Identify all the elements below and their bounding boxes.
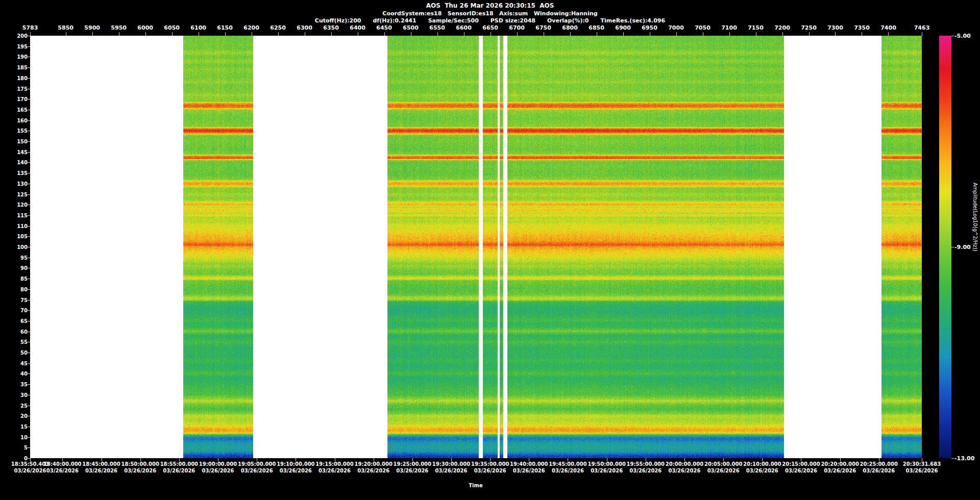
time-tick-label: 18:40:00.00003/26/2026 bbox=[43, 461, 81, 474]
freq-tick-label: 150 bbox=[6, 139, 28, 144]
top-axis-tick-label: 6550 bbox=[429, 24, 445, 31]
top-axis-tick-label: 7350 bbox=[854, 24, 870, 31]
tick-mark bbox=[646, 458, 646, 461]
time-tick-label: 20:10:00.00003/26/2026 bbox=[743, 461, 781, 474]
tick-mark bbox=[951, 247, 954, 247]
tick-mark bbox=[30, 458, 31, 461]
tick-mark bbox=[490, 458, 491, 461]
top-axis-tick-label: 6700 bbox=[509, 24, 525, 31]
time-value: 18:55:00.000 bbox=[160, 461, 198, 467]
top-axis-tick-label: 6500 bbox=[403, 24, 419, 31]
tick-mark bbox=[335, 458, 335, 461]
freq-tick-label: 80 bbox=[6, 286, 28, 292]
window-title: AOS Thu 26 Mar 2026 20:30:15 AOS bbox=[0, 2, 980, 10]
freq-tick-label: 180 bbox=[6, 75, 28, 81]
freq-tick-label: 15 bbox=[6, 423, 28, 429]
tick-mark bbox=[66, 32, 66, 36]
freq-tick-label: 70 bbox=[6, 308, 28, 313]
time-tick-label: 18:50:00.00003/26/2026 bbox=[121, 461, 159, 474]
freq-tick-label: 125 bbox=[6, 191, 28, 197]
top-axis-tick-label: 6050 bbox=[164, 24, 180, 31]
tick-mark bbox=[544, 32, 544, 36]
time-tick-label: 19:10:00.00003/26/2026 bbox=[277, 461, 314, 474]
top-axis-tick-label: 7300 bbox=[827, 24, 843, 31]
tick-mark bbox=[835, 32, 836, 36]
date-value: 03/26/2026 bbox=[394, 467, 431, 474]
tick-mark bbox=[252, 32, 252, 36]
top-axis-tick-label: 7250 bbox=[801, 24, 817, 31]
tick-mark bbox=[145, 32, 146, 36]
date-value: 03/26/2026 bbox=[510, 467, 548, 474]
top-axis-tick-label: 5900 bbox=[84, 24, 100, 31]
tick-mark bbox=[809, 32, 810, 36]
date-value: 03/26/2026 bbox=[354, 467, 392, 474]
date-value: 03/26/2026 bbox=[860, 467, 898, 474]
tick-mark bbox=[782, 32, 783, 36]
tick-mark bbox=[570, 32, 571, 36]
tick-mark bbox=[491, 32, 491, 36]
tick-mark bbox=[296, 458, 296, 461]
freq-tick-label: 160 bbox=[6, 117, 28, 123]
tick-mark bbox=[597, 32, 597, 36]
date-value: 03/26/2026 bbox=[121, 467, 159, 474]
freq-tick-label: 30 bbox=[6, 392, 28, 397]
time-tick-label: 20:00:00.00003/26/2026 bbox=[666, 461, 703, 474]
tick-mark bbox=[684, 458, 685, 461]
tick-mark bbox=[305, 32, 305, 36]
top-axis-tick-label: 6850 bbox=[589, 24, 604, 31]
freq-tick-label: 165 bbox=[6, 107, 28, 112]
tick-mark bbox=[762, 458, 763, 461]
top-axis-tick-label: 5950 bbox=[111, 24, 127, 31]
top-axis-tick-label: 6600 bbox=[456, 24, 472, 31]
tick-mark bbox=[729, 32, 730, 36]
colorbar-tick-label: -5.00 bbox=[954, 33, 971, 39]
date-value: 03/26/2026 bbox=[43, 467, 81, 474]
time-value: 20:15:00.000 bbox=[782, 461, 820, 467]
top-axis-tick-label: 7000 bbox=[668, 24, 684, 31]
tick-mark bbox=[218, 458, 218, 461]
top-axis-tick-label: 6300 bbox=[297, 24, 312, 31]
time-tick-label: 19:55:00.00003/26/2026 bbox=[627, 461, 665, 474]
tick-mark bbox=[723, 458, 724, 461]
freq-tick-label: 60 bbox=[6, 329, 28, 334]
freq-tick-label: 95 bbox=[6, 255, 28, 260]
freq-tick-label: 75 bbox=[6, 297, 28, 303]
time-tick-label: 19:50:00.00003/26/2026 bbox=[587, 461, 625, 474]
time-tick-label: 19:20:00.00003/26/2026 bbox=[354, 461, 392, 474]
freq-tick-label: 110 bbox=[6, 223, 28, 229]
top-axis-tick-label: 6100 bbox=[190, 24, 206, 31]
freq-tick-label: 20 bbox=[6, 413, 28, 419]
time-tick-label: 19:30:00.00003/26/2026 bbox=[432, 461, 470, 474]
tick-mark bbox=[756, 32, 756, 36]
top-axis-tick-label: 6750 bbox=[535, 24, 551, 31]
tick-mark bbox=[464, 32, 464, 36]
top-axis-tick-label: 6150 bbox=[217, 24, 233, 31]
tick-mark bbox=[623, 32, 624, 36]
date-value: 03/26/2026 bbox=[587, 467, 625, 474]
colorbar-tick-label: -13.00 bbox=[954, 455, 974, 462]
tick-mark bbox=[703, 32, 703, 36]
time-value: 19:50:00.000 bbox=[587, 461, 625, 467]
colorbar-axis-title: Amplitude(Log10(g^2/Hz)) bbox=[972, 183, 978, 252]
freq-tick-label: 130 bbox=[6, 181, 28, 186]
time-value: 19:35:00.000 bbox=[471, 461, 509, 467]
date-value: 03/26/2026 bbox=[549, 467, 586, 474]
top-axis-tick-label: 6900 bbox=[615, 24, 631, 31]
top-axis-tick-label: 7050 bbox=[695, 24, 710, 31]
top-axis-tick-label: 6950 bbox=[642, 24, 657, 31]
tick-mark bbox=[840, 458, 841, 461]
spectrogram-canvas[interactable] bbox=[30, 36, 922, 458]
time-value: 20:20:00.000 bbox=[821, 461, 859, 467]
top-axis-tick-label: 7400 bbox=[880, 24, 896, 31]
tick-mark bbox=[62, 458, 63, 461]
header-params-line1: CoordSystem:es18 SensorID:es18 Axis:sum … bbox=[0, 10, 980, 17]
colorbar-tick-label: -9.00 bbox=[954, 244, 971, 251]
top-axis-tick-label: 7463 bbox=[914, 24, 930, 31]
colorbar bbox=[939, 36, 951, 458]
tick-mark bbox=[607, 458, 607, 461]
time-axis-title: Time bbox=[469, 483, 482, 488]
time-value: 18:45:00.000 bbox=[82, 461, 120, 467]
time-value: 20:10:00.000 bbox=[743, 461, 781, 467]
time-tick-label: 18:45:00.00003/26/2026 bbox=[82, 461, 120, 474]
freq-tick-label: 85 bbox=[6, 276, 28, 282]
